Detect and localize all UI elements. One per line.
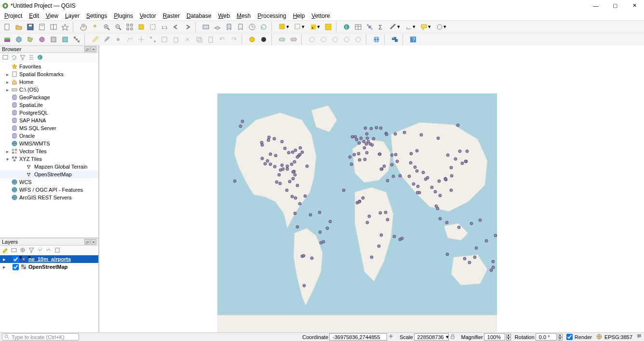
zoom-last-button[interactable]: [171, 22, 181, 32]
map-canvas[interactable]: [99, 45, 644, 332]
plugin-btn-7[interactable]: [330, 34, 340, 45]
copy-features-button[interactable]: [194, 34, 204, 45]
paste-features-button[interactable]: [205, 34, 216, 45]
magnifier-spinner[interactable]: ▲▼: [506, 334, 511, 341]
delete-selected-button[interactable]: [171, 34, 181, 45]
maptips-button[interactable]: ▾: [434, 22, 448, 32]
browser-item-arcgis-rest-servers[interactable]: ArcGIS REST Servers: [0, 194, 98, 201]
undo-button[interactable]: [217, 34, 228, 45]
layer-visibility-checkbox[interactable]: [13, 264, 19, 270]
browser-item-ms-sql-server[interactable]: MS SQL Server: [0, 124, 98, 132]
minimize-button[interactable]: —: [586, 0, 605, 11]
browser-item-sap-hana[interactable]: SAP HANA: [0, 117, 98, 124]
select-by-value-button[interactable]: ε▾: [308, 22, 322, 32]
browser-item-c-os-[interactable]: ▸C:\ (OS): [0, 86, 98, 93]
measure-button[interactable]: ▾: [388, 22, 402, 32]
new-shapefile-button[interactable]: [25, 34, 36, 45]
browser-item-mapzen-global-terrain[interactable]: Mapzen Global Terrain: [0, 163, 98, 170]
coordinate-value[interactable]: -36975836,2744855: [329, 333, 387, 341]
lock-scale-icon[interactable]: [450, 333, 457, 341]
panel-undock-icon[interactable]: ▱: [84, 239, 90, 245]
manage-themes-icon[interactable]: ▾: [19, 247, 27, 254]
browser-item-postgresql[interactable]: PostgreSQL: [0, 109, 98, 117]
remove-layer-icon[interactable]: [54, 247, 62, 254]
modify-button[interactable]: [159, 34, 170, 45]
new-project-button[interactable]: [2, 22, 13, 32]
plugin-btn-3[interactable]: [277, 34, 287, 45]
close-button[interactable]: ✕: [625, 0, 644, 11]
save-edits-button[interactable]: [101, 34, 112, 45]
browser-tree[interactable]: Favorites▸Spatial Bookmarks▸Home▸C:\ (OS…: [0, 63, 98, 237]
plugin-btn-5[interactable]: [307, 34, 317, 45]
new-geopackage-button[interactable]: [13, 34, 24, 45]
coord-toggle-icon[interactable]: [388, 333, 396, 341]
collapse-all-icon[interactable]: [28, 54, 36, 62]
digitize-button[interactable]: [124, 34, 135, 45]
menu-view[interactable]: View: [42, 12, 62, 20]
select-features-button[interactable]: ▾: [277, 22, 291, 32]
menu-plugins[interactable]: Plugins: [110, 12, 136, 20]
zoom-out-button[interactable]: [113, 22, 123, 32]
browser-item-xyz-tiles[interactable]: ▾XYZ Tiles: [0, 155, 98, 163]
plugin-btn-8[interactable]: [341, 34, 352, 45]
help-button[interactable]: ?: [408, 34, 418, 45]
plugin-btn-6[interactable]: [318, 34, 329, 45]
magnifier-value[interactable]: 100%: [484, 333, 505, 341]
browser-item-wfs-ogc-api-features[interactable]: WFS / OGC API - Features: [0, 186, 98, 194]
new-memory-layer-button[interactable]: [60, 34, 70, 45]
vertex-tool-button[interactable]: [148, 34, 158, 45]
layer-item-ne-10m-airports[interactable]: ▸ne_10m_airports: [0, 255, 98, 263]
menu-help[interactable]: Help: [290, 12, 309, 20]
filter-legend-icon[interactable]: ▾: [28, 247, 36, 254]
decorations-button[interactable]: ▾: [403, 22, 417, 32]
pan-button[interactable]: [78, 22, 89, 32]
filter-browser-icon[interactable]: [19, 54, 27, 62]
layers-list[interactable]: ▸ne_10m_airports▸OpenStreetMap: [0, 255, 98, 332]
show-bookmarks-button[interactable]: [235, 22, 246, 32]
attributes-table-button[interactable]: [353, 22, 363, 32]
zoom-next-button[interactable]: [182, 22, 193, 32]
zoom-to-layer-button[interactable]: [148, 22, 158, 32]
layer-visibility-checkbox[interactable]: [13, 256, 19, 262]
zoom-to-selection-button[interactable]: [136, 22, 147, 32]
menu-vettore[interactable]: Vettore: [308, 12, 333, 20]
identify-button[interactable]: i: [341, 22, 352, 32]
expand-all-icon[interactable]: [37, 247, 44, 254]
zoom-in-button[interactable]: [101, 22, 112, 32]
browser-item-favorites[interactable]: Favorites: [0, 63, 98, 70]
panel-close-icon[interactable]: ×: [91, 46, 96, 52]
plugin-btn-9[interactable]: [353, 34, 363, 45]
crs-icon[interactable]: [596, 333, 604, 341]
panel-close-icon[interactable]: ×: [91, 239, 96, 245]
browser-item-spatial-bookmarks[interactable]: ▸Spatial Bookmarks: [0, 70, 98, 78]
redo-button[interactable]: [228, 34, 239, 45]
browser-item-openstreetmap[interactable]: OpenStreetMap: [0, 170, 98, 178]
temporal-button[interactable]: [247, 22, 257, 32]
menu-raster[interactable]: Raster: [160, 12, 183, 20]
add-feature-button[interactable]: [113, 34, 123, 45]
open-data-source-button[interactable]: [2, 34, 13, 45]
field-calculator-button[interactable]: [364, 22, 375, 32]
plugin-btn-2[interactable]: [258, 34, 269, 45]
layer-item-openstreetmap[interactable]: ▸OpenStreetMap: [0, 263, 98, 271]
browser-item-geopackage[interactable]: GeoPackage: [0, 93, 98, 101]
new-spatialite-button[interactable]: [37, 34, 47, 45]
menu-settings[interactable]: Settings: [83, 12, 110, 20]
pan-to-selection-button[interactable]: [90, 22, 100, 32]
browser-item-home[interactable]: ▸Home: [0, 78, 98, 86]
new-mesh-layer-button[interactable]: [71, 34, 82, 45]
collapse-all-icon[interactable]: [45, 247, 53, 254]
annotation-button[interactable]: ▾: [418, 22, 433, 32]
zoom-full-button[interactable]: [124, 22, 135, 32]
add-group-icon[interactable]: [11, 247, 18, 254]
statistical-summary-button[interactable]: Σ: [376, 22, 387, 32]
messages-icon[interactable]: [636, 333, 644, 341]
zoom-native-button[interactable]: 1:1: [159, 22, 170, 32]
menu-mesh[interactable]: Mesh: [233, 12, 254, 20]
refresh-browser-icon[interactable]: [11, 54, 18, 62]
rotation-value[interactable]: 0.0 °: [536, 333, 557, 341]
render-checkbox[interactable]: [566, 334, 573, 340]
menu-project[interactable]: Project: [1, 12, 26, 20]
crs-label[interactable]: EPSG:3857: [604, 334, 632, 340]
refresh-button[interactable]: [258, 22, 269, 32]
